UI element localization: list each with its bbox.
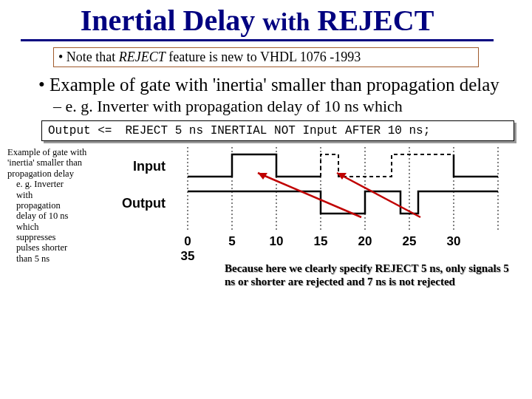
sidenote-l7: delay of 10 ns [7, 211, 109, 221]
sidenote-l6: propagation [7, 200, 109, 211]
caption: Because here we clearly specify REJECT 5… [225, 262, 520, 288]
code-rhs: REJECT 5 ns INERTIAL NOT Input AFTER 10 … [125, 124, 430, 137]
sidenote: Example of gate with 'inertia' smaller t… [0, 147, 114, 264]
note-post: feature is new to VHDL 1076 -1993 [166, 50, 361, 64]
sidenote-l8: which [7, 222, 109, 232]
sidenote-l9: suppresses [7, 232, 109, 242]
tick-15: 15 [306, 234, 335, 249]
tick-30: 30 [439, 234, 468, 249]
sidenote-l5: with [7, 190, 109, 200]
bullet-example: • Example of gate with 'inertia' smaller… [21, 75, 511, 95]
tick-0: 0 [173, 234, 202, 249]
sidenote-l4: e. g. Inverter [7, 179, 109, 189]
sidenote-l11: than 5 ns [7, 253, 109, 264]
label-input: Input [114, 159, 166, 174]
label-output: Output [114, 196, 166, 211]
title-part1: Inertial Delay [81, 4, 263, 37]
tick-35: 35 [173, 249, 202, 264]
sidenote-l2: 'inertia' smaller than [7, 157, 82, 168]
tick-20: 20 [350, 234, 380, 249]
note-box: • Note that REJECT feature is new to VHD… [53, 47, 479, 67]
page-title: Inertial Delay with REJECT [21, 3, 494, 41]
note-reject-word: REJECT [119, 50, 166, 64]
svg-line-10 [337, 173, 420, 217]
tick-10: 10 [262, 234, 291, 249]
sidenote-l1: Example of gate with [7, 147, 86, 157]
tick-25: 25 [395, 234, 424, 249]
sidenote-l10: pulses shorter [7, 242, 109, 253]
code-lhs: Output <= [48, 124, 112, 137]
arrow-1 [258, 173, 361, 217]
title-with: with [262, 8, 310, 35]
timing-diagram: Input Output [114, 147, 528, 317]
tick-5: 5 [217, 234, 247, 249]
sidenote-l3: propagation delay [7, 168, 74, 179]
arrow-2 [337, 173, 420, 217]
note-pre: • Note that [58, 50, 119, 64]
svg-line-8 [258, 173, 361, 217]
vhdl-code-box: Output <=REJECT 5 ns INERTIAL NOT Input … [41, 120, 514, 141]
sub-bullet-inverter: – e. g. Inverter with propagation delay … [53, 97, 511, 116]
title-part2: REJECT [310, 4, 434, 37]
